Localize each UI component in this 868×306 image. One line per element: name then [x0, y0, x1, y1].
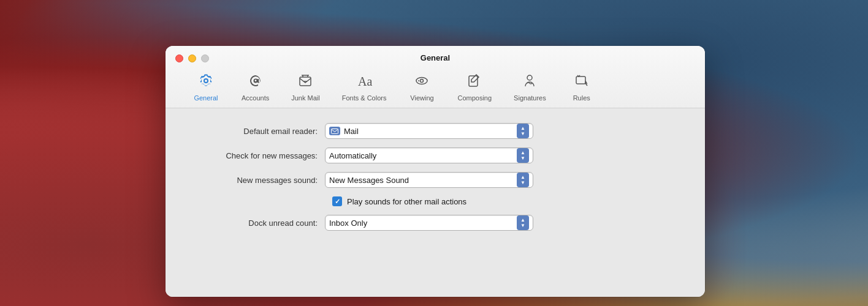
- at-icon: [247, 72, 264, 92]
- tab-fonts-colors-label: Fonts & Colors: [342, 94, 387, 102]
- window-title: General: [421, 53, 450, 62]
- viewing-icon: [413, 72, 430, 92]
- stepper-up-icon: ▲: [520, 175, 525, 180]
- default-email-reader-stepper[interactable]: ▲ ▼: [517, 124, 529, 138]
- traffic-lights: [175, 54, 209, 62]
- dock-unread-count-control[interactable]: Inbox Only ▲ ▼: [325, 215, 533, 231]
- svg-point-10: [527, 75, 532, 80]
- play-sounds-label: Play sounds for other mail actions: [347, 197, 466, 206]
- toolbar: General Accounts: [175, 69, 695, 108]
- stepper-up-icon: ▲: [520, 126, 525, 131]
- mail-icon-badge: [329, 127, 340, 135]
- tab-composing-label: Composing: [457, 94, 492, 102]
- svg-point-8: [418, 80, 419, 81]
- tab-junk-mail-label: Junk Mail: [291, 94, 319, 102]
- tab-junk-mail[interactable]: Junk Mail: [280, 69, 330, 108]
- new-messages-sound-stepper[interactable]: ▲ ▼: [517, 173, 529, 187]
- checkmark-icon: ✓: [335, 198, 340, 206]
- tab-rules-label: Rules: [573, 94, 590, 102]
- check-new-messages-label: Check for new messages:: [190, 151, 325, 160]
- preferences-window: General General Accounts: [166, 46, 705, 297]
- tab-signatures-label: Signatures: [514, 94, 546, 102]
- svg-rect-11: [576, 76, 585, 84]
- new-messages-sound-label: New messages sound:: [190, 176, 325, 185]
- default-email-reader-control[interactable]: Mail ▲ ▼: [325, 123, 533, 139]
- tab-accounts[interactable]: Accounts: [230, 69, 280, 108]
- composing-icon: [466, 72, 483, 92]
- new-messages-sound-control[interactable]: New Messages Sound ▲ ▼: [325, 172, 533, 188]
- tab-signatures[interactable]: Signatures: [503, 69, 557, 108]
- check-new-messages-stepper[interactable]: ▲ ▼: [517, 148, 529, 163]
- close-button[interactable]: [175, 54, 183, 62]
- stepper-down-icon: ▼: [520, 156, 525, 161]
- tab-general[interactable]: General: [181, 69, 230, 108]
- new-messages-sound-value: New Messages Sound: [329, 176, 517, 185]
- default-email-reader-label: Default email reader:: [190, 127, 325, 136]
- tab-fonts-colors[interactable]: Aa Fonts & Colors: [331, 69, 398, 108]
- titlebar: General General Accounts: [166, 46, 705, 108]
- stepper-down-icon: ▼: [520, 132, 525, 136]
- stepper-up-icon: ▲: [520, 151, 525, 155]
- play-sounds-checkbox[interactable]: ✓: [332, 196, 342, 206]
- dock-unread-count-label: Dock unread count:: [190, 218, 325, 228]
- dock-unread-count-value: Inbox Only: [329, 218, 517, 228]
- svg-rect-13: [332, 129, 338, 133]
- check-new-messages-row: Check for new messages: Automatically ▲ …: [190, 147, 680, 163]
- content-area: Default email reader: Mail ▲ ▼ Check for…: [166, 108, 705, 297]
- svg-text:Aa: Aa: [358, 75, 372, 88]
- stepper-down-icon: ▼: [520, 223, 525, 228]
- check-new-messages-value: Automatically: [329, 151, 517, 160]
- tab-general-label: General: [194, 94, 218, 102]
- tab-viewing[interactable]: Viewing: [397, 69, 446, 108]
- junk-mail-icon: [297, 72, 314, 92]
- svg-point-7: [421, 80, 424, 83]
- tab-viewing-label: Viewing: [410, 94, 433, 102]
- signatures-icon: [521, 72, 538, 92]
- minimize-button[interactable]: [188, 54, 196, 62]
- dock-unread-count-stepper[interactable]: ▲ ▼: [517, 215, 529, 230]
- gear-icon: [197, 72, 215, 92]
- dock-unread-count-row: Dock unread count: Inbox Only ▲ ▼: [190, 215, 680, 231]
- stepper-up-icon: ▲: [520, 218, 525, 223]
- tab-rules[interactable]: Rules: [557, 69, 606, 108]
- check-new-messages-control[interactable]: Automatically ▲ ▼: [325, 147, 533, 163]
- tab-accounts-label: Accounts: [242, 94, 269, 102]
- rules-icon: [573, 72, 590, 92]
- default-email-reader-value: Mail: [344, 127, 517, 136]
- play-sounds-row: ✓ Play sounds for other mail actions: [190, 196, 680, 206]
- svg-point-6: [416, 78, 427, 84]
- tab-composing[interactable]: Composing: [446, 69, 503, 108]
- new-messages-sound-row: New messages sound: New Messages Sound ▲…: [190, 172, 680, 188]
- default-email-reader-row: Default email reader: Mail ▲ ▼: [190, 123, 680, 139]
- zoom-button[interactable]: [201, 54, 209, 62]
- fonts-icon: Aa: [356, 72, 373, 92]
- stepper-down-icon: ▼: [520, 181, 525, 185]
